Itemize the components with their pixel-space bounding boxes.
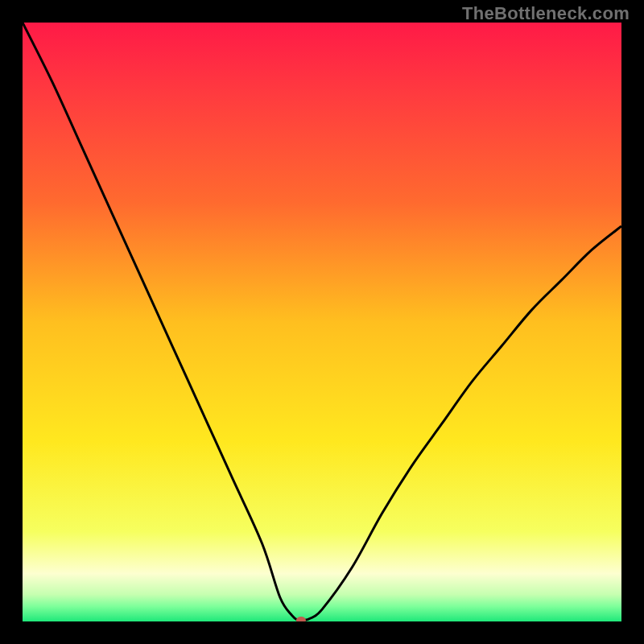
gradient-background xyxy=(23,23,621,621)
watermark-text: TheBottleneck.com xyxy=(462,3,630,24)
chart-frame: TheBottleneck.com xyxy=(0,0,644,644)
bottleneck-chart xyxy=(23,23,621,621)
plot-area xyxy=(23,23,621,621)
